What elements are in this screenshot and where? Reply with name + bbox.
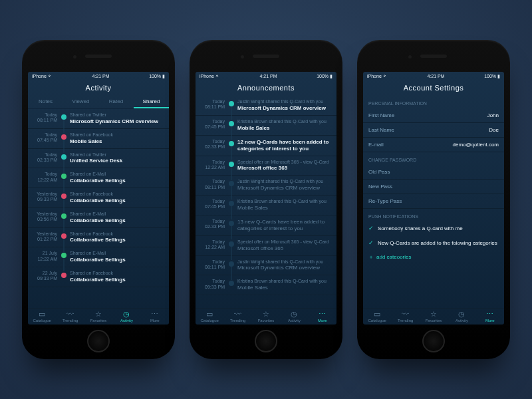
item-text: Kristina Brown shared this Q-Card with y…	[237, 199, 332, 211]
list-item[interactable]: Today12:22 AMShared on E-MailCollaborati…	[28, 168, 169, 188]
item-text: 13 new Q-Cards have been added to catego…	[237, 219, 332, 232]
tabbar-activity[interactable]: ◷Activity	[280, 311, 308, 323]
tabbar-activity[interactable]: ◷Activity	[448, 311, 475, 323]
status-right: 100% ▮	[484, 74, 500, 79]
phone-1: iPhone ᯤ 4:21 PM 100% ▮ Activity NotesVi…	[22, 40, 175, 359]
status-bar: iPhone ᯤ 4:21 PM 100% ▮	[363, 72, 504, 81]
timeline-dot-icon	[61, 114, 66, 120]
last-name-field[interactable]: Last Name Doe	[363, 123, 504, 138]
activity-icon: ◷	[458, 311, 465, 318]
timeline-dot-icon	[229, 201, 234, 206]
screen-activity: iPhone ᯤ 4:21 PM 100% ▮ Activity NotesVi…	[28, 72, 169, 325]
tabbar-favorites[interactable]: ☆Favorites	[252, 311, 280, 323]
tabbar-trending[interactable]: 〰Trending	[223, 311, 251, 323]
old-pass-field[interactable]: Old Pass	[363, 165, 504, 180]
page-title: Announcements	[196, 81, 336, 96]
list-item[interactable]: 22 July09:33 PMShared on FacebookCollabo…	[28, 267, 169, 287]
home-button[interactable]	[255, 330, 277, 352]
tabbar-favorites[interactable]: ☆Favorites	[420, 311, 448, 323]
list-item[interactable]: Today08:11 PMJustin Wright shared this Q…	[196, 96, 336, 116]
push-option-1[interactable]: ✓ Somebody shares a Q-card with me	[363, 221, 504, 236]
tabbar-label: Activity	[288, 319, 301, 323]
list-item[interactable]: Today07:45 PMKristina Brown shared this …	[196, 196, 336, 215]
push-option-2[interactable]: ✓ New Q-Cards are added to the folowing …	[363, 236, 504, 251]
section-personal: PERCSNAL INFORMATION	[363, 96, 504, 108]
tabbar-label: Favorites	[258, 319, 275, 323]
timestamp: Today02.33 PM	[32, 152, 60, 164]
home-button[interactable]	[422, 330, 445, 352]
tabbar-label: Activity	[120, 319, 133, 323]
tab-bar: ▭Catalogue〰Trending☆Favorites◷Activity⋯M…	[363, 308, 504, 325]
add-label: add cateoories	[376, 254, 411, 260]
tabbar-trending[interactable]: 〰Trending	[56, 311, 84, 323]
list-item[interactable]: Yesterday01:22 PMShared on FacebookColla…	[28, 228, 169, 248]
list-item[interactable]: Today08:11 PMShared on TwitterMicrosoft …	[28, 109, 169, 129]
tabbar-activity[interactable]: ◷Activity	[112, 311, 140, 323]
item-text: Special offer on Microsoft 365 - view Q-…	[237, 239, 332, 252]
timeline-dot-icon	[61, 174, 66, 179]
list-item[interactable]: Today02.33 PM12 new Q-Cards have been ad…	[196, 136, 336, 156]
timestamp: Yesterday03:56 PM	[32, 211, 60, 223]
tabbar-more[interactable]: ⋯More	[309, 311, 336, 323]
list-item[interactable]: Today09:33 PMKristina Brown shared this …	[196, 275, 336, 295]
tabbar-more[interactable]: ⋯More	[476, 311, 504, 323]
retype-pass-field[interactable]: Re-Type Pass	[363, 194, 504, 209]
item-text: Shared on FacebookCollaborative Sellings	[70, 192, 165, 204]
timeline-dot-icon	[229, 261, 234, 267]
list-item[interactable]: Today08:11 PMJustin Wright shared this Q…	[196, 256, 336, 276]
status-left: iPhone ᯤ	[367, 74, 388, 79]
item-text: Shared on E-MailCollaborative Sellings	[70, 251, 165, 263]
new-pass-field[interactable]: New Pass	[363, 180, 504, 194]
list-item[interactable]: Today02.33 PMShared on TwitterUnified Se…	[28, 149, 169, 169]
tabbar-more[interactable]: ⋯More	[141, 311, 169, 323]
item-text: Kristina Brown shared this Q-Card with y…	[237, 279, 332, 291]
plus-icon: ＋	[368, 253, 374, 261]
list-item[interactable]: Today12:22 AMSpecial offer on Microsoft …	[196, 156, 336, 176]
timestamp: Today12:22 AM	[32, 172, 60, 183]
tab-viewed[interactable]: Viewed	[63, 96, 98, 108]
activity-icon: ◷	[291, 311, 297, 318]
tabbar-catalogue[interactable]: ▭Catalogue	[363, 311, 391, 323]
timestamp: Yesterday09.33 PM	[32, 192, 60, 203]
list-item[interactable]: Today08:11 PMJustin Wright shared this Q…	[196, 176, 336, 196]
timestamp: Today02.33 PM	[200, 219, 227, 230]
tab-shared[interactable]: Shared	[134, 96, 169, 108]
status-time: 4:21 PM	[427, 74, 444, 79]
item-text: Shared on FacebookCollaborative Sellings	[70, 231, 165, 244]
tab-bar: ▭Catalogue〰Trending☆Favorites◷Activity⋯M…	[28, 308, 169, 325]
list-item[interactable]: Today02.33 PM13 new Q-Cards have been ad…	[196, 215, 336, 236]
list-item[interactable]: Yesterday03:56 PMShared on E-MailCollabo…	[28, 208, 169, 228]
catalogue-icon: ▭	[374, 311, 380, 318]
tab-rated[interactable]: Rated	[98, 96, 134, 108]
tab-notes[interactable]: Notes	[28, 96, 63, 108]
timestamp: Today08:11 PM	[200, 259, 227, 271]
home-button[interactable]	[87, 330, 110, 352]
value: John	[487, 112, 499, 118]
tabbar-favorites[interactable]: ☆Favorites	[84, 311, 112, 323]
list-item[interactable]: Today07:45 PMShared on FacebookMobile Sa…	[28, 129, 169, 149]
trending-icon: 〰	[66, 311, 74, 318]
announcements-list[interactable]: Today08:11 PMJustin Wright shared this Q…	[196, 96, 336, 308]
timeline-dot-icon	[61, 213, 66, 219]
timeline-dot-icon	[229, 181, 234, 186]
email-field[interactable]: E-mail demo@qotient.com	[363, 138, 504, 152]
timestamp: Today07:45 PM	[200, 119, 227, 130]
activity-list[interactable]: Today08:11 PMShared on TwitterMicrosoft …	[28, 109, 169, 308]
list-item[interactable]: Yesterday09.33 PMShared on FacebookColla…	[28, 188, 169, 208]
first-name-field[interactable]: First Name John	[363, 108, 504, 123]
add-categories-button[interactable]: ＋ add cateoories	[363, 251, 504, 263]
timeline-dot-icon	[229, 221, 234, 226]
list-item[interactable]: Today07:45 PMKristina Brown shared this …	[196, 116, 336, 136]
phone-2: iPhone ᯤ 4:21 PM 100% ▮ Announcements To…	[190, 40, 342, 359]
timestamp: Today02.33 PM	[200, 139, 227, 150]
tabbar-catalogue[interactable]: ▭Catalogue	[28, 311, 56, 323]
timestamp: Today12:22 AM	[200, 239, 227, 251]
list-item[interactable]: Today12:22 AMSpecial offer on Microsoft …	[196, 236, 336, 256]
settings-form: PERCSNAL INFORMATION First Name John Las…	[363, 96, 504, 308]
list-item[interactable]: 21 July12:22 AMShared on E-MailCollabora…	[28, 247, 169, 267]
item-text: Shared on TwitterUnified Service Desk	[70, 152, 165, 165]
tabbar-catalogue[interactable]: ▭Catalogue	[196, 311, 223, 323]
tabbar-trending[interactable]: 〰Trending	[391, 311, 419, 323]
page-title: Account Settings	[363, 81, 504, 96]
timeline-dot-icon	[229, 141, 234, 146]
